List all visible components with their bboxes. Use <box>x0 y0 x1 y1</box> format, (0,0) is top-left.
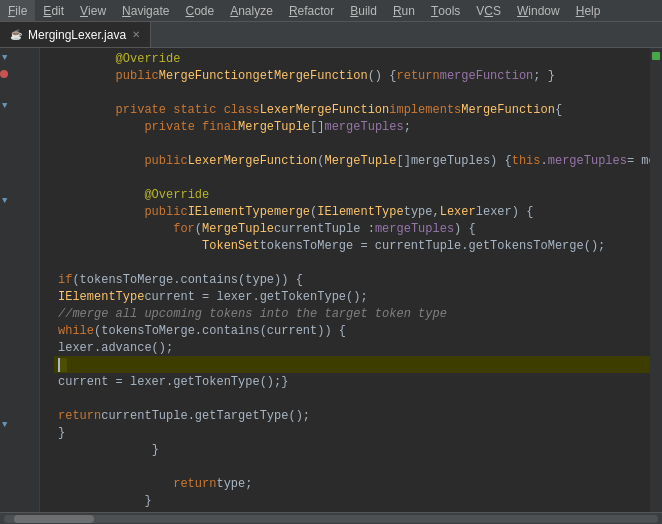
gutter-row-13 <box>0 241 39 257</box>
gutter-row-14 <box>0 257 39 273</box>
code-line-22: return currentTuple.getTargetType(); <box>54 407 650 424</box>
code-line-25 <box>54 458 650 475</box>
gutter-row-23 <box>0 401 39 417</box>
menu-run[interactable]: Run <box>385 0 423 21</box>
gutter-row-15 <box>0 273 39 289</box>
gutter-row-2 <box>0 66 39 82</box>
code-line-28: } <box>54 509 650 512</box>
gutter-row-8 <box>0 162 39 178</box>
menu-vcs[interactable]: VCS <box>468 0 509 21</box>
fold-marker-9 <box>40 184 54 201</box>
line-number-gutter: ▼ ▼ ▼ ▼ <box>0 48 40 512</box>
code-line-21 <box>54 390 650 407</box>
gutter-row-19 <box>0 337 39 353</box>
code-line-14: if (tokensToMerge.contains(type)) { <box>54 271 650 288</box>
fold-marker-12 <box>40 235 54 252</box>
fold-marker-16 <box>40 303 54 320</box>
fold-marker-6 <box>40 133 54 150</box>
code-line-3 <box>54 84 650 101</box>
gutter-row-25 <box>0 433 39 449</box>
menu-help[interactable]: Help <box>568 0 609 21</box>
menu-refactor[interactable]: Refactor <box>281 0 342 21</box>
fold-marker-2 <box>40 65 54 82</box>
gutter-row-11 <box>0 209 39 225</box>
code-line-8 <box>54 169 650 186</box>
menubar: File Edit View Navigate Code Analyze Ref… <box>0 0 662 22</box>
fold-icon-10[interactable]: ▼ <box>2 196 7 206</box>
menu-window[interactable]: Window <box>509 0 568 21</box>
fold-marker-13 <box>40 252 54 269</box>
menu-tools[interactable]: Tools <box>423 0 468 21</box>
code-line-15: IElementType current = lexer.getTokenTyp… <box>54 288 650 305</box>
code-line-11: for ( MergeTuple currentTuple : mergeTup… <box>54 220 650 237</box>
menu-file[interactable]: File <box>0 0 35 21</box>
breakpoint-2[interactable] <box>0 70 8 78</box>
fold-marker-7 <box>40 150 54 167</box>
scrollbar-track <box>4 515 658 523</box>
gutter-row-27 <box>0 464 39 480</box>
menu-build[interactable]: Build <box>342 0 385 21</box>
validation-mark-ok <box>652 52 660 60</box>
gutter-row-17 <box>0 305 39 321</box>
fold-marker-17 <box>40 320 54 337</box>
fold-marker-1 <box>40 48 54 65</box>
code-line-6 <box>54 135 650 152</box>
gutter-row-18 <box>0 321 39 337</box>
fold-marker-11 <box>40 218 54 235</box>
fold-marker-8 <box>40 167 54 184</box>
gutter-row-21 <box>0 369 39 385</box>
code-line-4: private static class LexerMergeFunction … <box>54 101 650 118</box>
gutter-row-4: ▼ <box>0 98 39 114</box>
code-line-2: public MergeFunction getMergeFunction ()… <box>54 67 650 84</box>
code-line-20: current = lexer.getTokenType();} <box>54 373 650 390</box>
fold-marker-25 <box>40 456 54 473</box>
gutter-row-6 <box>0 130 39 146</box>
java-file-icon: ☕ <box>10 29 22 40</box>
code-editor[interactable]: @Override public MergeFunction getMergeF… <box>54 48 650 512</box>
fold-marker-21 <box>40 388 54 405</box>
code-line-5: private final MergeTuple [] mergeTuples … <box>54 118 650 135</box>
annotation-override-1: @Override <box>58 52 180 66</box>
code-line-10: public IElementType merge ( IElementType… <box>54 203 650 220</box>
tab-close-button[interactable]: ✕ <box>132 29 140 40</box>
menu-navigate[interactable]: Navigate <box>114 0 177 21</box>
right-validation-gutter <box>650 48 662 512</box>
code-line-7: public LexerMergeFunction ( MergeTuple [… <box>54 152 650 169</box>
code-line-17: while (tokensToMerge.contains(current)) … <box>54 322 650 339</box>
fold-icon-1[interactable]: ▼ <box>2 53 7 63</box>
menu-analyze[interactable]: Analyze <box>222 0 281 21</box>
fold-marker-15 <box>40 286 54 303</box>
code-line-26: return type; <box>54 475 650 492</box>
code-line-24: } <box>54 441 650 458</box>
menu-code[interactable]: Code <box>177 0 222 21</box>
gutter-row-20 <box>0 353 39 369</box>
horizontal-scrollbar[interactable] <box>0 512 662 524</box>
fold-marker-28 <box>40 507 54 512</box>
code-line-27: } <box>54 492 650 509</box>
menu-view[interactable]: View <box>72 0 114 21</box>
fold-marker-26 <box>40 473 54 490</box>
gutter-row-12 <box>0 225 39 241</box>
gutter-row-1: ▼ <box>0 50 39 66</box>
code-line-9: @Override <box>54 186 650 203</box>
tab-merging-lexer[interactable]: ☕ MergingLexer.java ✕ <box>0 22 151 47</box>
gutter-row-5 <box>0 114 39 130</box>
gutter-row-22 <box>0 385 39 401</box>
fold-margin <box>40 48 54 512</box>
code-line-19[interactable] <box>54 356 650 373</box>
fold-icon-4[interactable]: ▼ <box>2 101 7 111</box>
tabbar: ☕ MergingLexer.java ✕ <box>0 22 662 48</box>
gutter-row-10: ▼ <box>0 193 39 209</box>
gutter-row-9 <box>0 178 39 194</box>
fold-icon-24[interactable]: ▼ <box>2 420 7 430</box>
fold-marker-3 <box>40 82 54 99</box>
tab-label: MergingLexer.java <box>28 28 126 42</box>
menu-edit[interactable]: Edit <box>35 0 72 21</box>
fold-marker-24 <box>40 439 54 456</box>
cursor <box>58 358 67 372</box>
gutter-row-3 <box>0 82 39 98</box>
gutter-row-26 <box>0 448 39 464</box>
scrollbar-thumb[interactable] <box>14 515 94 523</box>
code-line-18: lexer.advance(); <box>54 339 650 356</box>
gutter-row-16 <box>0 289 39 305</box>
